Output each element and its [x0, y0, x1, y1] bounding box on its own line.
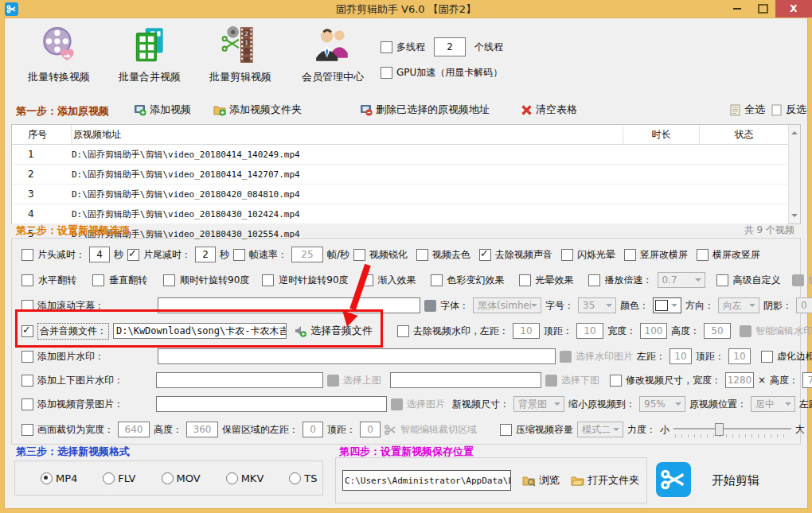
scroll-down-icon[interactable] — [791, 214, 798, 220]
compress-mode-select[interactable]: 模式二 — [577, 422, 623, 437]
trim-head-checkbox[interactable] — [21, 249, 33, 261]
scroll-subtitle-checkbox[interactable] — [21, 300, 33, 312]
fontsize-select[interactable]: 35 — [578, 297, 616, 313]
position-select[interactable]: 居中 — [751, 396, 795, 412]
format-flv[interactable]: FLV — [103, 472, 135, 484]
wm-img-top-input[interactable]: 10 — [728, 348, 751, 364]
hflip-checkbox[interactable] — [21, 274, 33, 286]
format-mov[interactable]: MOV — [162, 472, 201, 484]
invert-select-button[interactable]: 反选 — [771, 103, 806, 117]
member-center-button[interactable]: 会员管理中心 — [285, 25, 381, 84]
blur-border-checkbox[interactable] — [761, 351, 773, 363]
resize-height-input[interactable]: 720 — [802, 372, 812, 388]
sharpen-checkbox[interactable] — [353, 249, 365, 261]
resize-width-input[interactable]: 1280 — [725, 372, 754, 388]
bg-image-input[interactable] — [156, 396, 387, 412]
mute-checkbox[interactable] — [479, 249, 491, 261]
batch-edit-button[interactable]: 21 批量剪辑视频 — [193, 25, 288, 84]
framerate-checkbox[interactable] — [233, 249, 245, 261]
smart-watermark-button[interactable]: 智能编辑水印位置 — [755, 325, 812, 338]
advanced-checkbox[interactable] — [716, 274, 728, 286]
start-edit-button[interactable]: 开始剪辑 — [712, 473, 759, 488]
choose-watermark-button[interactable]: 选择水印图片 — [576, 350, 633, 363]
playspeed-select[interactable]: 0.7 — [658, 272, 705, 288]
save-path-input[interactable]: C:\Users\Administrator\AppData\Lo — [342, 470, 511, 491]
mp4-radio[interactable] — [41, 472, 53, 484]
wm-top-input[interactable]: 10 — [576, 323, 603, 339]
remove-selected-button[interactable]: 删除已选择的原视频地址 — [360, 103, 490, 117]
top-image-input[interactable] — [156, 372, 323, 388]
direction-select[interactable]: 向左 — [718, 297, 759, 313]
rotate-ccw-checkbox[interactable] — [262, 274, 274, 286]
scroll-subtitle-input[interactable] — [158, 297, 420, 313]
wm-height-input[interactable]: 50 — [704, 323, 731, 339]
thread-count-input[interactable]: 2 — [434, 37, 466, 56]
rotate-cw-checkbox[interactable] — [163, 274, 175, 286]
ts-radio[interactable] — [289, 472, 301, 484]
wm-left-input[interactable]: 10 — [513, 323, 540, 339]
start-scissors-icon[interactable] — [656, 462, 691, 497]
add-video-button[interactable]: 添加视频 — [134, 103, 191, 117]
clear-table-button[interactable]: 清空表格 — [521, 103, 577, 117]
batch-convert-button[interactable]: 批量转换视频 — [11, 25, 107, 84]
format-mkv[interactable]: MKV — [226, 472, 264, 484]
landscape-to-portrait-checkbox[interactable] — [697, 249, 709, 261]
topbottom-watermark-checkbox[interactable] — [21, 375, 33, 387]
trim-tail-checkbox[interactable] — [127, 249, 139, 261]
crop-height-input[interactable]: 360 — [186, 422, 218, 437]
wm-img-left-input[interactable]: 10 — [670, 348, 692, 364]
shadow-select[interactable]: 0 — [796, 297, 812, 313]
portrait-to-landscape-checkbox[interactable] — [624, 249, 636, 261]
keep-top-input[interactable]: 0 — [360, 422, 381, 437]
add-video-folder-button[interactable]: 添加视频文件夹 — [213, 103, 302, 117]
choose-top-image-button[interactable]: 选择上图 — [343, 374, 381, 387]
maximize-button[interactable] — [750, 0, 775, 17]
image-watermark-checkbox[interactable] — [21, 351, 33, 363]
table-row[interactable]: 4 D:\固乔剪辑助手\剪辑\video_20180430_102424.mp4 — [12, 204, 789, 224]
select-all-button[interactable]: 全选 — [729, 103, 765, 117]
font-select[interactable]: 黑体(simhei) — [473, 297, 541, 313]
compress-checkbox[interactable] — [500, 424, 512, 436]
bg-image-checkbox[interactable] — [21, 398, 33, 410]
flv-radio[interactable] — [103, 472, 115, 484]
vflip-checkbox[interactable] — [92, 274, 104, 286]
minimize-button[interactable] — [724, 0, 750, 17]
table-row[interactable]: 3 D:\固乔剪辑助手\剪辑\video_20180420_084810.mp4 — [12, 185, 789, 204]
batch-merge-button[interactable]: 批量合并视频 — [102, 25, 197, 84]
browse-button[interactable]: 浏览 — [522, 473, 560, 488]
format-ts[interactable]: TS — [289, 472, 317, 484]
trim-tail-input[interactable]: 2 — [195, 247, 216, 262]
playspeed-checkbox[interactable] — [588, 274, 600, 286]
mkv-radio[interactable] — [226, 472, 238, 484]
slider-thumb[interactable] — [715, 423, 724, 436]
color-picker[interactable] — [653, 297, 681, 313]
choose-bg-image-button[interactable]: 选择图片 — [407, 398, 445, 411]
resize-checkbox[interactable] — [610, 375, 622, 387]
colorfx-checkbox[interactable] — [431, 274, 443, 286]
table-row[interactable]: 1 D:\固乔剪辑助手\剪辑\video_20180414_140249.mp4 — [12, 145, 789, 165]
wm-width-input[interactable]: 100 — [640, 323, 667, 339]
new-size-select[interactable]: 背景图 — [513, 396, 564, 412]
fadein-checkbox[interactable] — [361, 274, 373, 286]
crop-width-input[interactable]: 640 — [118, 422, 150, 437]
compress-strength-slider[interactable] — [673, 422, 791, 437]
close-button[interactable]: X — [775, 0, 812, 17]
shrink-select[interactable]: 95% — [639, 396, 685, 412]
bottom-image-input[interactable] — [390, 372, 541, 388]
gpu-checkbox[interactable] — [381, 67, 392, 79]
trim-head-input[interactable]: 4 — [89, 247, 110, 262]
image-watermark-input[interactable] — [158, 348, 556, 364]
choose-audio-button[interactable]: 选择音频文件 — [310, 324, 373, 338]
multithread-checkbox[interactable] — [381, 41, 392, 53]
decolor-checkbox[interactable] — [416, 249, 428, 261]
open-folder-button[interactable]: 打开文件夹 — [571, 473, 639, 488]
flicker-checkbox[interactable] — [561, 249, 573, 261]
table-scrollbar[interactable] — [788, 125, 800, 223]
mov-radio[interactable] — [162, 472, 174, 484]
format-mp4[interactable]: MP4 — [41, 472, 77, 484]
scroll-up-icon[interactable] — [791, 128, 798, 134]
edit-button[interactable]: 编辑 — [809, 274, 812, 287]
remove-watermark-checkbox[interactable] — [397, 325, 409, 337]
table-row[interactable]: 2 D:\固乔剪辑助手\剪辑\video_20180414_142707.mp4 — [12, 165, 789, 185]
framerate-input[interactable]: 25 — [291, 247, 323, 262]
